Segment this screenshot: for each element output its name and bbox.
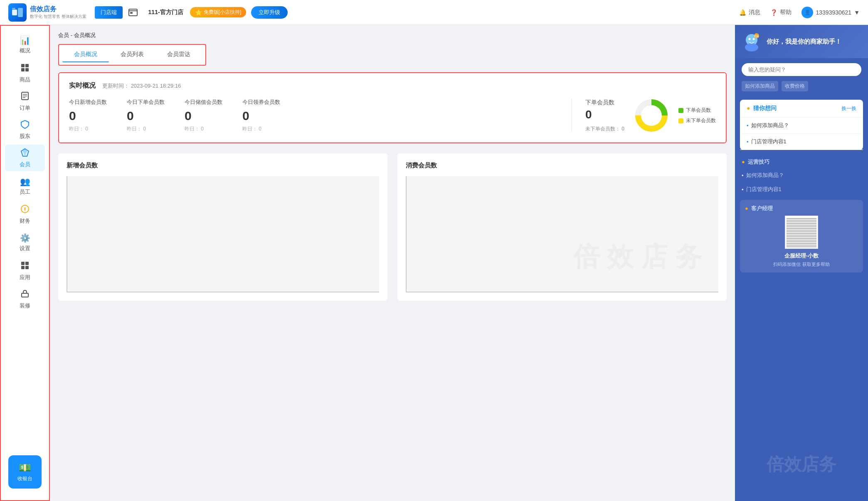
quick-link-add-product[interactable]: 如何添加商品 bbox=[742, 81, 778, 91]
finance-icon: ¥ bbox=[20, 204, 30, 216]
shield-icon bbox=[20, 120, 30, 131]
right-watermark: 倍效店务 bbox=[739, 453, 864, 476]
legend-no-order: 未下单会员数 bbox=[678, 117, 716, 124]
assistant-title: 你好，我是你的商家助手！ bbox=[767, 38, 841, 46]
tips-item-1[interactable]: 门店管理内容1 bbox=[735, 182, 868, 196]
quick-links: 如何添加商品 收费价格 bbox=[735, 81, 868, 96]
realtime-title: 实时概况 bbox=[69, 81, 96, 90]
tab-overview[interactable]: 会员概况 bbox=[62, 47, 109, 62]
sidebar-item-staff[interactable]: 👥 员工 bbox=[5, 173, 45, 199]
qr-code bbox=[785, 216, 818, 249]
store-name: 111-官方门店 bbox=[148, 9, 183, 16]
stat-order-members: 今日下单会员数 0 昨日： 0 bbox=[127, 98, 165, 132]
legend: 下单会员数 未下单会员数 bbox=[678, 107, 716, 124]
consume-member-chart-area: 倍 效 店 务 bbox=[406, 176, 718, 292]
sidebar-item-product[interactable]: 商品 bbox=[5, 60, 45, 86]
sidebar-item-order[interactable]: 订单 bbox=[5, 88, 45, 115]
svg-rect-5 bbox=[130, 12, 133, 14]
sidebar-item-settings[interactable]: ⚙️ 设置 bbox=[5, 229, 45, 256]
right-panel: iTA 你好，我是你的商家助手！ 如何添加商品 收费价格 ● 猜你想问 换一换 … bbox=[735, 25, 868, 501]
logo-subtitle: 数字化 智慧零售 整体解决方案 bbox=[30, 14, 86, 20]
breadcrumb: 会员 - 会员概况 bbox=[58, 32, 727, 39]
new-member-chart: 新增会员数 bbox=[58, 153, 387, 301]
legend-dot-order bbox=[678, 108, 683, 113]
free-badge: ⭐ 免费版[小店扶持] bbox=[190, 7, 247, 17]
svg-rect-18 bbox=[21, 262, 25, 265]
faq-refresh-btn[interactable]: 换一换 bbox=[841, 105, 856, 112]
consume-member-chart: 消费会员数 倍 效 店 务 bbox=[397, 153, 727, 301]
search-input[interactable] bbox=[742, 63, 861, 76]
realtime-card: 实时概况 更新时间： 2023-09-21 18:29:16 今日新增会员数 0… bbox=[58, 72, 727, 143]
stat-group: 今日新增会员数 0 昨日： 0 今日下单会员数 0 昨日： 0 bbox=[69, 98, 558, 132]
transfer-icon[interactable] bbox=[126, 5, 140, 20]
apps-icon bbox=[20, 261, 30, 272]
faq-item-0[interactable]: 如何添加商品？ bbox=[740, 118, 863, 134]
order-member-stat: 下单会员数 0 未下单会员数： 0 bbox=[585, 99, 624, 133]
sidebar-item-shareholder[interactable]: 股东 bbox=[5, 116, 45, 143]
stat-coupon-members: 今日领券会员数 0 昨日： 0 bbox=[242, 98, 280, 132]
sidebar-item-decor[interactable]: 装修 bbox=[5, 286, 45, 312]
product-icon bbox=[20, 63, 30, 74]
help-btn[interactable]: ❓ 帮助 bbox=[770, 9, 792, 16]
sidebar-item-finance[interactable]: ¥ 财务 bbox=[5, 201, 45, 228]
decor-icon bbox=[20, 289, 30, 300]
tips-item-0[interactable]: 如何添加商品？ bbox=[735, 168, 868, 182]
notification-btn[interactable]: 🔔 消息 bbox=[739, 9, 760, 16]
avatar: 👤 bbox=[801, 7, 813, 18]
chart-area: 下单会员数 0 未下单会员数： 0 bbox=[585, 97, 716, 134]
svg-rect-8 bbox=[21, 68, 25, 71]
chart-icon: 📊 bbox=[20, 35, 30, 45]
legend-dot-no-order bbox=[678, 118, 683, 123]
staff-icon: 👥 bbox=[20, 177, 30, 187]
sidebar-item-member[interactable]: 会员 bbox=[5, 145, 45, 171]
faq-item-1[interactable]: 门店管理内容1 bbox=[740, 134, 863, 150]
sidebar: 📊 概况 商品 订单 股东 会员 👥 bbox=[0, 25, 50, 501]
svg-point-29 bbox=[753, 38, 755, 40]
order-icon bbox=[20, 91, 30, 103]
svg-rect-2 bbox=[12, 8, 15, 9]
upgrade-btn[interactable]: 立即升级 bbox=[251, 6, 288, 19]
faq-section: ● 猜你想问 换一换 如何添加商品？ 门店管理内容1 bbox=[740, 100, 863, 150]
chevron-down-icon: ▼ bbox=[854, 9, 860, 16]
charts-row: 新增会员数 消费会员数 倍 效 店 务 bbox=[58, 153, 727, 301]
settings-icon: ⚙️ bbox=[20, 233, 30, 243]
manager-desc: 扫码添加微信 获取更多帮助 bbox=[745, 261, 858, 268]
user-info[interactable]: 👤 13393930621 ▼ bbox=[801, 7, 860, 18]
sidebar-item-apps[interactable]: 应用 bbox=[5, 258, 45, 284]
sidebar-item-overview[interactable]: 📊 概况 bbox=[5, 32, 45, 58]
quick-link-pricing[interactable]: 收费价格 bbox=[782, 81, 808, 91]
help-icon: ❓ bbox=[770, 9, 777, 16]
tips-section-title: ● 运营技巧 bbox=[735, 153, 868, 168]
manager-section-title: ● 客户经理 bbox=[745, 205, 858, 212]
search-wrap bbox=[735, 58, 868, 81]
cashier-btn[interactable]: 💵 收银台 bbox=[8, 455, 42, 489]
svg-rect-21 bbox=[25, 266, 29, 269]
manager-section: ● 客户经理 企服经理-小数 扫码添加微信 获取更多帮助 bbox=[740, 200, 863, 273]
user-icon: 👤 bbox=[804, 10, 811, 15]
watermark: 倍 效 店 务 bbox=[573, 239, 702, 275]
store-btn[interactable]: 门店端 bbox=[95, 6, 123, 19]
logo-icon bbox=[8, 3, 27, 22]
logo-area: 倍效店务 数字化 智慧零售 整体解决方案 bbox=[8, 3, 86, 22]
bell-icon: 🔔 bbox=[739, 9, 746, 16]
realtime-header: 实时概况 更新时间： 2023-09-21 18:29:16 bbox=[69, 81, 716, 90]
svg-point-28 bbox=[749, 38, 751, 40]
diamond-icon bbox=[20, 148, 30, 159]
qr-image bbox=[787, 217, 816, 247]
logo-title: 倍效店务 bbox=[30, 5, 86, 14]
header: 倍效店务 数字化 智慧零售 整体解决方案 门店端 111-官方门店 ⭐ 免费版[… bbox=[0, 0, 868, 25]
realtime-time: 更新时间： 2023-09-21 18:29:16 bbox=[102, 82, 181, 90]
header-right: 🔔 消息 ❓ 帮助 👤 13393930621 ▼ bbox=[739, 7, 860, 18]
faq-title: ● 猜你想问 bbox=[747, 105, 777, 112]
tab-radar[interactable]: 会员雷达 bbox=[155, 47, 202, 62]
logo-text: 倍效店务 数字化 智慧零售 整体解决方案 bbox=[30, 5, 86, 20]
stat-new-members: 今日新增会员数 0 昨日： 0 bbox=[69, 98, 107, 132]
layout: 📊 概况 商品 订单 股东 会员 👥 bbox=[0, 0, 868, 501]
cashier-icon: 💵 bbox=[19, 462, 31, 474]
realtime-body: 今日新增会员数 0 昨日： 0 今日下单会员数 0 昨日： 0 bbox=[69, 97, 716, 134]
manager-name: 企服经理-小数 bbox=[745, 252, 858, 260]
svg-rect-20 bbox=[21, 266, 25, 269]
svg-rect-9 bbox=[25, 68, 29, 71]
tab-list[interactable]: 会员列表 bbox=[109, 47, 155, 62]
svg-rect-6 bbox=[21, 64, 25, 67]
